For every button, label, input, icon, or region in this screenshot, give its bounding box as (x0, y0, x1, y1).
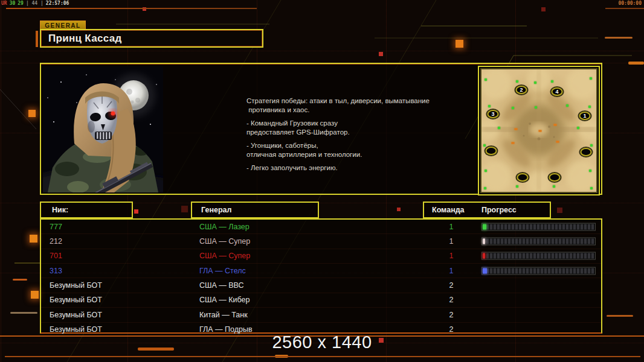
player-general: Китай — Танк (199, 311, 248, 319)
strategy-line: отличная артиллерия и технологии. (246, 150, 452, 159)
map-objective-marker (515, 129, 518, 130)
map-objective-marker (539, 130, 542, 132)
player-nick: 313 (50, 267, 62, 275)
player-general: США — Супер (199, 237, 250, 246)
player-row: 701 США — Супер 1 (41, 249, 601, 263)
player-team: 2 (442, 296, 460, 304)
general-name: Принц Кассад (41, 33, 122, 45)
start-position-marker (549, 173, 561, 182)
decor-dash (10, 312, 37, 314)
supply-dot (590, 187, 593, 189)
player-row: Безумный БОТ США — Кибер 2 (41, 293, 601, 307)
start-position-marker (581, 148, 592, 156)
supply-dot (588, 106, 591, 108)
map-objective-marker (512, 142, 515, 144)
player-general: США — Супер (199, 252, 250, 260)
decor-dash (605, 37, 633, 39)
players-table: 777 США — Лазер 1 212 США — Супер 1 701 … (40, 218, 602, 334)
strategy-line: - Угонщики, саботёры, (246, 141, 452, 150)
supply-dot (485, 170, 487, 172)
general-name-box: Принц Кассад (40, 29, 263, 48)
decor-square (557, 208, 562, 213)
column-header-progress-label: Прогресс (481, 206, 517, 214)
supply-dot (485, 78, 487, 81)
loading-progress-bar (481, 252, 596, 260)
player-nick: Безумный БОТ (50, 281, 102, 290)
player-nick: 777 (50, 223, 62, 231)
decor-dash (13, 279, 27, 281)
title-accent-bar (36, 31, 38, 47)
supply-dot (535, 106, 537, 109)
player-row: 212 США — Супер 1 (41, 233, 601, 248)
player-team: 2 (442, 311, 460, 319)
general-tab-label: GENERAL (40, 21, 86, 30)
decor-square (31, 291, 39, 299)
hud-underline-right (605, 8, 644, 9)
player-team: 2 (442, 281, 460, 290)
supply-dot (488, 105, 491, 107)
map-objective-marker (554, 124, 557, 126)
start-position-number: 3 (491, 112, 494, 117)
network-stat-segment: 30 (10, 1, 16, 6)
player-team: 1 (442, 267, 460, 275)
supply-dot (553, 185, 555, 188)
progress-fill (483, 253, 485, 259)
decor-dash (607, 315, 633, 317)
decor-square (379, 52, 383, 56)
start-position-number: 4 (555, 89, 558, 95)
supply-dot (516, 185, 518, 188)
start-position-marker (517, 173, 529, 182)
supply-dot (577, 127, 579, 129)
strategy-line: - Командный Грузовик сразу (246, 119, 452, 128)
portrait-illustration (43, 66, 163, 192)
strategy-line: противника и хаос. (246, 106, 452, 115)
strategy-line (246, 159, 452, 164)
player-nick: 212 (50, 237, 62, 246)
player-general: США — Кибер (199, 296, 250, 304)
decor-square (30, 235, 37, 243)
supply-dot (590, 144, 593, 147)
start-position-marker: 1 (579, 112, 591, 120)
progress-fill (483, 224, 486, 229)
decor-square (541, 7, 546, 11)
column-header-team-progress: Команда Прогресс (423, 202, 551, 218)
network-stats: UR3029| 44 |22:57:06 (1, 1, 71, 6)
decor-square (134, 209, 138, 214)
bottom-circuit-line (5, 356, 640, 357)
player-team: 1 (442, 223, 460, 231)
general-portrait (43, 66, 163, 192)
player-nick: Безумный БОТ (50, 296, 102, 304)
player-row: 313 ГЛА — Стелс 1 (41, 263, 601, 278)
supply-dot (516, 80, 518, 83)
supply-dot (590, 77, 592, 80)
network-stat-segment: 22:57:06 (46, 1, 69, 6)
player-row: Безумный БОТ США — ВВС 2 (41, 278, 601, 292)
resolution-label: 2560 x 1440 (0, 332, 644, 352)
strategy-line (246, 114, 452, 119)
map-objective-marker (556, 141, 559, 143)
column-header-nick: Ник: (40, 202, 133, 218)
player-team: 1 (442, 252, 460, 260)
supply-dot (512, 107, 514, 109)
loading-progress-bar (481, 267, 596, 275)
player-general: США — ВВС (199, 281, 244, 290)
match-timer: 00:00:00 (618, 1, 642, 6)
loading-progress-bar (481, 223, 596, 230)
supply-dot (534, 81, 536, 84)
column-header-team-label: Команда (432, 206, 465, 214)
red-eye (111, 112, 115, 116)
map-preview-box: 1234 (478, 66, 600, 195)
start-position-marker: 2 (516, 86, 527, 94)
column-header-general: Генерал (191, 202, 319, 218)
player-general: ГЛА — Стелс (199, 267, 246, 275)
start-position-marker: 4 (552, 87, 563, 96)
start-position-number: 2 (520, 87, 523, 93)
supply-dot (498, 127, 500, 129)
start-position-number: 1 (583, 113, 586, 119)
strategy-line: предоставляет GPS-Шифратор. (246, 128, 452, 137)
player-nick: 701 (50, 252, 62, 260)
supply-dot (551, 80, 553, 83)
decor-square (456, 40, 463, 48)
strategy-line: - Легко заполучить энергию. (246, 164, 452, 173)
network-stat-segment: | 44 | (26, 1, 43, 6)
